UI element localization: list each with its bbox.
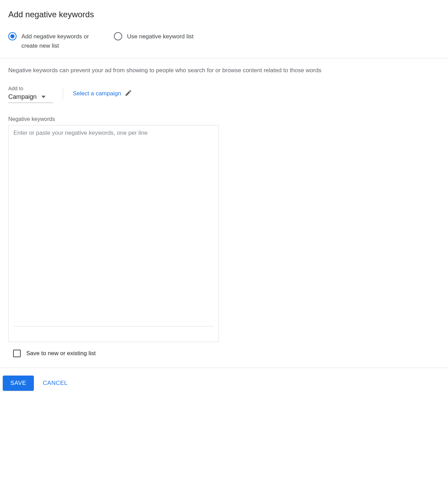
cancel-button[interactable]: CANCEL	[43, 380, 68, 387]
save-to-list-checkbox[interactable]	[13, 350, 21, 357]
radio-selected-icon	[8, 32, 17, 40]
add-to-row: Add to Campaign Select a campaign	[8, 85, 440, 103]
chevron-down-icon	[41, 96, 46, 98]
radio-unselected-icon	[114, 32, 122, 40]
negative-keywords-container	[8, 125, 219, 342]
negative-keywords-input[interactable]	[13, 130, 214, 326]
negative-keywords-label: Negative keywords	[8, 116, 440, 122]
radio-add-keywords[interactable]: Add negative keywords or create new list	[8, 32, 104, 50]
select-campaign-link[interactable]: Select a campaign	[73, 90, 121, 97]
save-button[interactable]: SAVE	[3, 376, 34, 391]
vertical-divider	[63, 88, 63, 100]
add-to-label: Add to	[8, 85, 53, 91]
pencil-icon[interactable]	[125, 89, 132, 98]
radio-group: Add negative keywords or create new list…	[8, 32, 440, 50]
description-text: Negative keywords can prevent your ad fr…	[8, 66, 440, 75]
radio-use-list[interactable]: Use negative keyword list	[114, 32, 194, 41]
add-to-value: Campaign	[8, 93, 37, 101]
radio-use-list-label: Use negative keyword list	[127, 32, 194, 41]
page-title: Add negative keywords	[8, 10, 440, 19]
divider	[0, 58, 448, 58]
save-to-list-label: Save to new or existing list	[26, 350, 96, 357]
radio-add-keywords-label: Add negative keywords or create new list	[21, 32, 104, 50]
add-to-dropdown[interactable]: Campaign	[8, 93, 53, 103]
